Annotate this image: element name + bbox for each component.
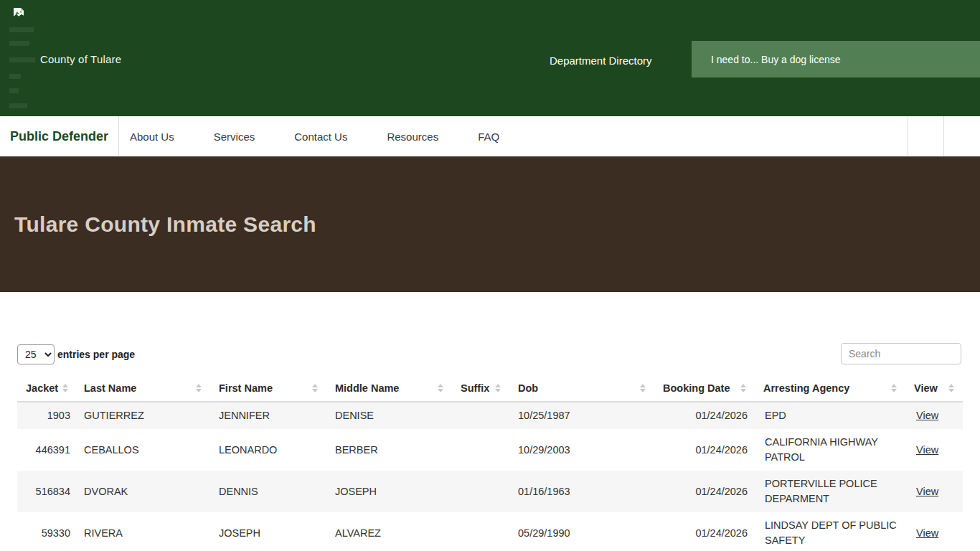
nav-divider <box>943 116 944 156</box>
faint-alt-text-line <box>9 88 19 93</box>
view-link[interactable]: View <box>916 410 938 421</box>
column-header-booking-date[interactable]: Booking Date <box>654 375 755 402</box>
cell-dob: 01/16/1963 <box>509 471 654 512</box>
cell-booking-date: 01/24/2026 <box>654 471 755 512</box>
nav-item-faq[interactable]: FAQ <box>478 131 499 143</box>
nav-divider <box>908 116 908 156</box>
cell-suffix <box>452 402 509 429</box>
column-label: Dob <box>518 382 538 394</box>
i-need-to-button[interactable]: I need to... Buy a dog license <box>692 41 980 77</box>
table-row: 1903 GUTIERREZ JENNIFER DENISE 10/25/198… <box>17 402 963 429</box>
site-name-link[interactable]: County of Tulare <box>40 53 121 65</box>
cell-middle-name: BERBER <box>326 429 452 471</box>
nav-bar: Public Defender About Us Services Contac… <box>0 116 980 156</box>
column-header-middle-name[interactable]: Middle Name <box>326 375 452 402</box>
cell-dob: 10/29/2003 <box>509 429 654 471</box>
table-header-row: Jacket Last Name First Name Middle Name … <box>17 375 963 402</box>
cell-suffix <box>452 512 509 551</box>
view-link[interactable]: View <box>916 527 938 539</box>
site-header: County of Tulare Department Directory I … <box>0 0 980 116</box>
sort-icon <box>438 384 443 392</box>
cell-view: View <box>905 471 963 512</box>
column-header-first-name[interactable]: First Name <box>210 375 326 402</box>
cell-last-name: RIVERA <box>75 512 210 551</box>
cell-first-name: JENNIFER <box>210 402 326 429</box>
cell-jacket: 446391 <box>17 429 75 471</box>
sort-icon <box>62 384 68 392</box>
cell-suffix <box>452 429 509 471</box>
cell-arresting-agency: EPD <box>755 402 905 429</box>
search-input[interactable] <box>841 343 961 364</box>
cell-last-name: CEBALLOS <box>75 429 210 471</box>
faint-alt-text-line <box>9 74 21 79</box>
table-row: 446391 CEBALLOS LEONARDO BERBER 10/29/20… <box>17 429 963 471</box>
cell-jacket: 516834 <box>17 471 75 512</box>
cell-first-name: LEONARDO <box>210 429 326 471</box>
cell-first-name: DENNIS <box>210 471 326 512</box>
column-header-dob[interactable]: Dob <box>509 375 654 402</box>
column-header-view[interactable]: View <box>905 375 963 402</box>
faint-alt-text-line <box>9 27 34 32</box>
column-label: Suffix <box>461 382 489 394</box>
column-label: Middle Name <box>335 382 399 394</box>
entries-per-page-label: entries per page <box>57 349 135 360</box>
column-label: Jacket <box>26 382 58 394</box>
column-label: Last Name <box>84 382 136 394</box>
sort-icon <box>495 384 501 392</box>
column-label: Booking Date <box>663 382 730 394</box>
cell-booking-date: 01/24/2026 <box>654 512 755 551</box>
cell-view: View <box>905 429 963 471</box>
nav-item-about-us[interactable]: About Us <box>130 131 174 143</box>
view-link[interactable]: View <box>916 486 938 497</box>
sort-icon <box>948 384 954 392</box>
page: County of Tulare Department Directory I … <box>0 0 980 551</box>
column-label: Arresting Agency <box>763 382 849 394</box>
cell-arresting-agency: CALIFORNIA HIGHWAY PATROL <box>755 429 905 471</box>
sort-icon <box>196 384 202 392</box>
cell-last-name: GUTIERREZ <box>75 402 210 429</box>
column-header-jacket[interactable]: Jacket <box>17 375 75 402</box>
cell-last-name: DVORAK <box>75 471 210 512</box>
cell-first-name: JOSEPH <box>210 512 326 551</box>
column-header-suffix[interactable]: Suffix <box>452 375 509 402</box>
cell-view: View <box>905 402 963 429</box>
column-label: First Name <box>219 382 273 394</box>
cell-dob: 05/29/1990 <box>509 512 654 551</box>
sort-icon <box>312 384 318 392</box>
column-header-arresting-agency[interactable]: Arresting Agency <box>755 375 905 402</box>
view-link[interactable]: View <box>916 444 938 456</box>
broken-image-icon <box>13 7 25 19</box>
inmate-table: Jacket Last Name First Name Middle Name … <box>17 375 963 551</box>
nav-item-resources[interactable]: Resources <box>387 131 438 143</box>
sort-icon <box>640 384 646 392</box>
table-row: 516834 DVORAK DENNIS JOSEPH 01/16/1963 0… <box>17 471 963 512</box>
nav-divider <box>118 116 119 156</box>
cell-booking-date: 01/24/2026 <box>654 429 755 471</box>
nav-department-title[interactable]: Public Defender <box>10 116 108 156</box>
column-header-last-name[interactable]: Last Name <box>75 375 210 402</box>
cell-middle-name: DENISE <box>326 402 452 429</box>
column-label: View <box>914 382 938 394</box>
sort-icon <box>891 384 897 392</box>
page-title: Tulare County Inmate Search <box>14 212 316 237</box>
cell-booking-date: 01/24/2026 <box>654 402 755 429</box>
cell-suffix <box>452 471 509 512</box>
cell-middle-name: ALVAREZ <box>326 512 452 551</box>
cell-jacket: 59330 <box>17 512 75 551</box>
entries-per-page-select[interactable]: 25 <box>17 344 55 364</box>
hero-banner: Tulare County Inmate Search <box>0 156 980 292</box>
cell-view: View <box>905 512 963 551</box>
nav-item-contact-us[interactable]: Contact Us <box>294 131 347 143</box>
sort-icon <box>740 384 746 392</box>
faint-alt-text-line <box>9 103 27 108</box>
cell-dob: 10/25/1987 <box>509 402 654 429</box>
cell-arresting-agency: LINDSAY DEPT OF PUBLIC SAFETY <box>755 512 905 551</box>
cell-middle-name: JOSEPH <box>326 471 452 512</box>
faint-alt-text-line <box>9 41 29 46</box>
table-row: 59330 RIVERA JOSEPH ALVAREZ 05/29/1990 0… <box>17 512 963 551</box>
cell-jacket: 1903 <box>17 402 75 429</box>
department-directory-link[interactable]: Department Directory <box>550 55 652 67</box>
nav-item-services[interactable]: Services <box>214 131 255 143</box>
nav-links: About Us Services Contact Us Resources F… <box>130 116 539 156</box>
cell-arresting-agency: PORTERVILLE POLICE DEPARMENT <box>755 471 905 512</box>
